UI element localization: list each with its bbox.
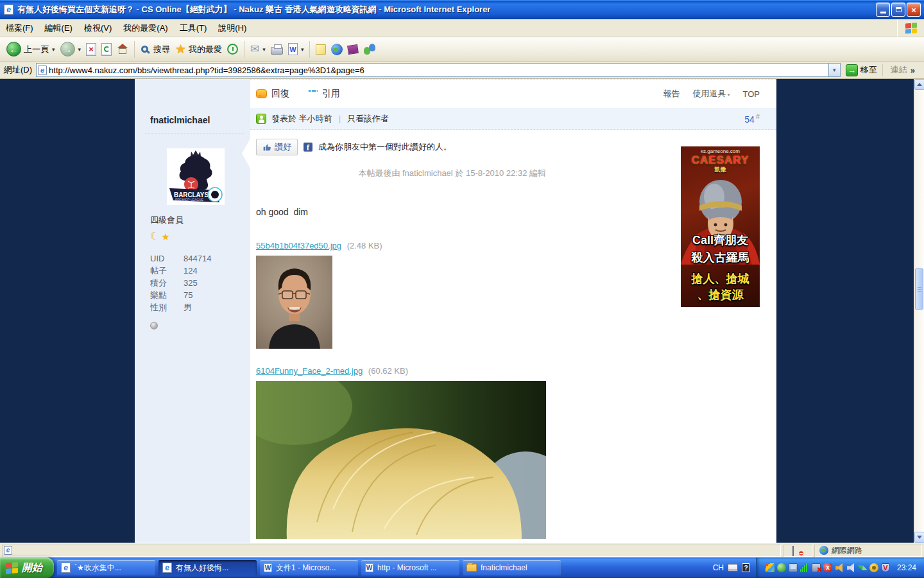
floor-hash: # — [756, 112, 760, 120]
author-avatar[interactable]: BARCLAYS PREMIER LEAGUE — [167, 148, 225, 205]
keyboard-icon[interactable] — [728, 564, 738, 572]
toolbar-separator — [309, 41, 310, 58]
close-button[interactable]: × — [907, 3, 921, 17]
messenger-clean-button[interactable] — [329, 42, 345, 57]
toolbar-separator — [244, 41, 244, 58]
ad-text-line-4: 、搶資源 — [681, 287, 760, 302]
language-bar[interactable]: CH ? — [707, 557, 756, 578]
links-bar[interactable]: 連結 » — [882, 64, 921, 76]
search-icon — [141, 46, 148, 53]
mail-button[interactable]: ✉ ▾ — [248, 42, 268, 56]
word-dropdown-icon[interactable]: ▾ — [301, 46, 304, 53]
favorites-label: 我的最愛 — [189, 44, 222, 55]
security-alert-tray-icon[interactable]: x — [823, 563, 832, 572]
signal-strength-tray-icon[interactable] — [800, 563, 809, 572]
favorites-button[interactable]: ★ 我的最愛 — [173, 42, 225, 57]
status-bar: e 網際網路 — [0, 543, 924, 557]
menu-edit[interactable]: 編輯(E) — [39, 19, 78, 37]
notes-button[interactable] — [313, 43, 329, 56]
ie-logo-icon: e — [4, 4, 13, 15]
reply-button[interactable]: 回復 — [256, 88, 289, 100]
taskbar-task-5[interactable]: fnaticlmichael — [463, 560, 561, 576]
author-username-link[interactable]: fnaticlmichael — [150, 115, 250, 125]
edit-with-word-button[interactable]: W ▾ — [286, 42, 307, 57]
windows-update-tray-icon[interactable] — [766, 563, 774, 572]
word-task-icon: W — [365, 563, 373, 572]
links-chevron-icon[interactable]: » — [911, 66, 915, 75]
attachment-2-size: (60.62 KB) — [368, 366, 408, 376]
vertical-scrollbar[interactable] — [914, 79, 924, 543]
scroll-down-button[interactable] — [914, 532, 924, 543]
research-button[interactable] — [345, 44, 361, 55]
search-button[interactable]: 搜尋 — [138, 42, 173, 57]
network-tray-icon[interactable] — [789, 563, 798, 572]
back-dropdown-icon[interactable]: ▾ — [52, 46, 55, 53]
go-button[interactable]: → 移至 — [846, 64, 877, 76]
contact-status-icon[interactable] — [150, 322, 158, 329]
ad-text-line-1: Call齊朋友 — [681, 232, 760, 248]
attachment-2-image[interactable] — [256, 381, 546, 539]
floor-number[interactable]: 54# — [744, 112, 760, 125]
messenger-button[interactable] — [361, 42, 379, 56]
only-author-link[interactable]: 只看該作者 — [347, 113, 389, 125]
menu-favorites[interactable]: 我的最愛(A) — [117, 19, 173, 37]
toolbar-separator — [134, 41, 135, 58]
quote-label: 引用 — [322, 88, 340, 100]
stop-button[interactable]: × — [83, 42, 99, 57]
language-help-icon[interactable]: ? — [742, 563, 750, 572]
history-button[interactable] — [225, 42, 241, 56]
refresh-button[interactable] — [99, 42, 114, 57]
forward-button[interactable]: → ▾ — [58, 40, 84, 58]
address-field: e ▾ — [36, 63, 841, 77]
report-link[interactable]: 報告 — [663, 88, 680, 100]
disconnected-tray-icon[interactable] — [812, 563, 821, 572]
top-link[interactable]: TOP — [743, 89, 760, 99]
sync-arrows-tray-icon[interactable] — [858, 563, 867, 572]
reply-bubble-icon — [256, 89, 267, 98]
research-book-icon — [348, 44, 359, 54]
print-button[interactable] — [268, 42, 286, 56]
attachment-1-image[interactable] — [256, 256, 332, 349]
caesary-ad-banner[interactable]: ks.gameone.com CAESARY 凱撒 Call齊朋友 — [681, 146, 760, 307]
author-stats: UID844714 帖子124 積分325 樂點75 性別男 — [150, 252, 250, 313]
back-button[interactable]: ← 上一頁 ▾ — [4, 40, 58, 58]
use-item-link[interactable]: 使用道具▾ — [692, 88, 730, 100]
muted-speaker-tray-icon[interactable] — [846, 563, 855, 572]
quote-button[interactable]: ““ 引用 — [307, 88, 340, 100]
messenger-tray-icon[interactable] — [777, 563, 786, 572]
menu-tools[interactable]: 工具(T) — [174, 19, 213, 37]
start-button[interactable]: 開始 — [0, 557, 54, 578]
attachment-2-link[interactable]: 6104Funny_Face_2-med.jpg — [256, 366, 363, 376]
attachment-2: 6104Funny_Face_2-med.jpg (60.62 KB) — [256, 366, 546, 376]
menu-file[interactable]: 檔案(F) — [0, 19, 39, 37]
scrollbar-thumb[interactable] — [915, 268, 923, 310]
address-dropdown-button[interactable]: ▾ — [828, 64, 840, 76]
address-input[interactable] — [47, 66, 828, 75]
minimize-button[interactable] — [876, 3, 890, 17]
author-badges: ☾ ★ — [150, 231, 250, 241]
attachment-1-link[interactable]: 55b4b1b04f37ed50.jpg — [256, 241, 341, 250]
antivirus-tray-icon[interactable]: V — [881, 563, 890, 572]
word-task-icon: W — [264, 563, 272, 572]
sidebar-divider — [145, 134, 244, 134]
menu-view[interactable]: 檢視(V) — [78, 19, 117, 37]
taskbar-task-2-active[interactable]: e 有無人好後悔... — [158, 560, 257, 576]
restore-button[interactable] — [891, 3, 905, 17]
taskbar-task-1[interactable]: e `★吹水集中... — [57, 560, 155, 576]
like-button[interactable]: 讚好 — [256, 139, 298, 155]
post-arrow-wedge — [242, 139, 250, 168]
settings-gear-tray-icon[interactable] — [869, 563, 878, 572]
language-indicator[interactable]: CH — [713, 563, 724, 572]
note-icon — [316, 44, 326, 55]
forward-dropdown-icon[interactable]: ▾ — [78, 46, 81, 53]
stop-icon: × — [86, 43, 96, 56]
ie-toolbar: ← 上一頁 ▾ → ▾ × 搜尋 ★ 我的最愛 ✉ — [0, 37, 924, 62]
home-button[interactable] — [114, 42, 131, 56]
volume-tray-icon[interactable] — [835, 563, 844, 572]
taskbar-task-4[interactable]: W http - Microsoft ... — [361, 560, 459, 576]
mail-dropdown-icon[interactable]: ▾ — [262, 46, 266, 53]
moon-badge-icon: ☾ — [150, 231, 159, 241]
taskbar-task-3[interactable]: W 文件1 - Microso... — [260, 560, 358, 576]
scroll-up-button[interactable] — [914, 79, 924, 90]
menu-help[interactable]: 說明(H) — [212, 19, 252, 37]
